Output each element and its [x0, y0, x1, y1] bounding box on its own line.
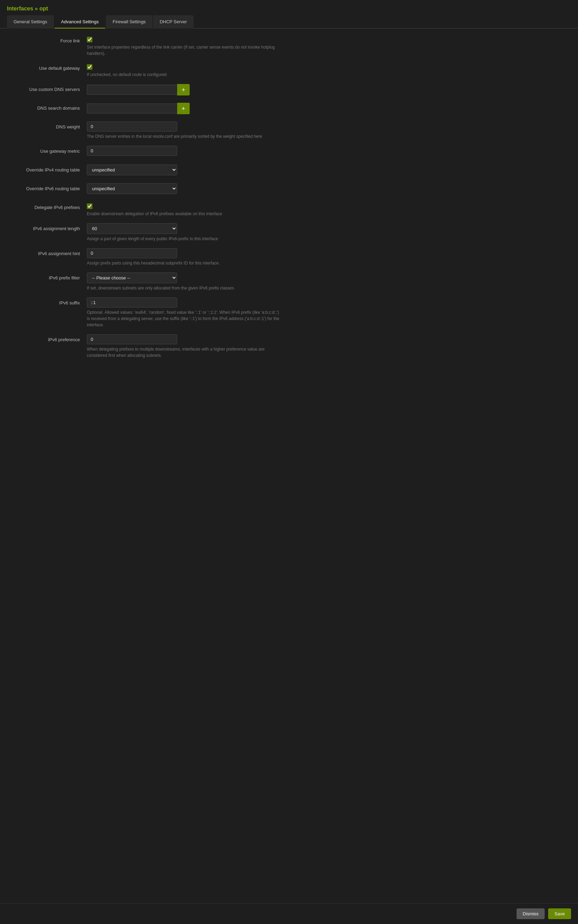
- dns-weight-row: DNS weight The DNS server entries in the…: [10, 121, 568, 139]
- override-ipv4-routing-select[interactable]: unspecified: [87, 165, 177, 175]
- force-link-label: Force link: [10, 36, 87, 44]
- dismiss-button[interactable]: Dismiss: [516, 908, 545, 919]
- use-custom-dns-label: Use custom DNS servers: [10, 84, 87, 92]
- ipv6-assignment-length-label: IPv6 assignment length: [10, 223, 87, 231]
- use-gateway-metric-input[interactable]: [87, 146, 177, 156]
- dns-search-domains-row: DNS search domains +: [10, 103, 568, 115]
- override-ipv6-routing-row: Override IPv6 routing table unspecified: [10, 183, 568, 196]
- ipv6-suffix-label: IPv6 suffix: [10, 298, 87, 306]
- ipv6-assignment-length-wrap: 60 Assign a part of given length of ever…: [87, 223, 568, 242]
- override-ipv6-routing-label: Override IPv6 routing table: [10, 183, 87, 191]
- ipv6-suffix-row: IPv6 suffix Optional. Allowed values: 'e…: [10, 298, 568, 328]
- dns-search-domains-input-row: +: [87, 103, 568, 114]
- force-link-checkbox-wrap: [87, 36, 568, 42]
- dns-weight-hint: The DNS server entries in the local reso…: [87, 133, 281, 139]
- ipv6-preference-hint: When delegating prefixes to multiple dow…: [87, 346, 281, 359]
- use-default-gateway-checkbox[interactable]: [87, 64, 93, 70]
- breadcrumb: Interfaces » opt: [7, 6, 48, 11]
- tabs-bar: General Settings Advanced Settings Firew…: [0, 15, 578, 29]
- override-ipv4-routing-row: Override IPv4 routing table unspecified: [10, 165, 568, 177]
- ipv6-assignment-hint-label: IPv6 assignment hint: [10, 248, 87, 256]
- use-default-gateway-checkbox-wrap: [87, 63, 568, 70]
- force-link-wrap: Set interface properties regardless of t…: [87, 36, 568, 57]
- delegate-ipv6-prefixes-hint: Enable downstream delegation of IPv6 pre…: [87, 211, 281, 217]
- main-content: Force link Set interface properties rega…: [0, 29, 578, 372]
- override-ipv6-routing-select[interactable]: unspecified: [87, 183, 177, 194]
- ipv6-suffix-wrap: Optional. Allowed values: 'eui64', 'rand…: [87, 298, 568, 328]
- delegate-ipv6-prefixes-checkbox-wrap: [87, 202, 568, 209]
- dns-weight-input[interactable]: [87, 121, 177, 131]
- ipv6-preference-wrap: When delegating prefixes to multiple dow…: [87, 334, 568, 359]
- use-custom-dns-input[interactable]: [87, 85, 177, 95]
- ipv6-prefix-filter-label: IPv6 prefix filter: [10, 272, 87, 280]
- bottom-bar: Dismiss Save: [0, 903, 578, 924]
- override-ipv4-routing-label: Override IPv4 routing table: [10, 165, 87, 173]
- ipv6-assignment-hint-hint: Assign prefix parts using this hexadecim…: [87, 260, 281, 266]
- ipv6-assignment-hint-input[interactable]: [87, 248, 177, 258]
- delegate-ipv6-prefixes-checkbox[interactable]: [87, 204, 93, 209]
- tab-firewall[interactable]: Firewall Settings: [106, 15, 152, 29]
- override-ipv4-routing-wrap: unspecified: [87, 165, 568, 175]
- ipv6-assignment-hint-wrap: Assign prefix parts using this hexadecim…: [87, 248, 568, 266]
- ipv6-assignment-hint-row: IPv6 assignment hint Assign prefix parts…: [10, 248, 568, 266]
- use-default-gateway-hint: If unchecked, no default route is config…: [87, 71, 281, 78]
- dns-weight-wrap: The DNS server entries in the local reso…: [87, 121, 568, 139]
- use-custom-dns-row: Use custom DNS servers +: [10, 84, 568, 97]
- dns-weight-label: DNS weight: [10, 121, 87, 129]
- tab-advanced[interactable]: Advanced Settings: [55, 15, 105, 29]
- force-link-row: Force link Set interface properties rega…: [10, 36, 568, 57]
- ipv6-preference-label: IPv6 preference: [10, 334, 87, 342]
- use-custom-dns-input-row: +: [87, 84, 568, 95]
- ipv6-assignment-length-row: IPv6 assignment length 60 Assign a part …: [10, 223, 568, 242]
- use-gateway-metric-label: Use gateway metric: [10, 146, 87, 154]
- delegate-ipv6-prefixes-row: Delegate IPv6 prefixes Enable downstream…: [10, 202, 568, 217]
- use-default-gateway-label: Use default gateway: [10, 63, 87, 71]
- delegate-ipv6-prefixes-label: Delegate IPv6 prefixes: [10, 202, 87, 210]
- ipv6-prefix-filter-wrap: -- Please choose -- If set, downstream s…: [87, 272, 568, 291]
- dns-search-domains-add-button[interactable]: +: [177, 103, 190, 114]
- use-default-gateway-row: Use default gateway If unchecked, no def…: [10, 63, 568, 78]
- use-default-gateway-wrap: If unchecked, no default route is config…: [87, 63, 568, 78]
- ipv6-assignment-length-select[interactable]: 60: [87, 223, 177, 234]
- ipv6-suffix-input[interactable]: [87, 298, 177, 307]
- ipv6-assignment-length-hint: Assign a part of given length of every p…: [87, 236, 281, 242]
- ipv6-suffix-hint: Optional. Allowed values: 'eui64', 'rand…: [87, 309, 281, 328]
- override-ipv6-routing-wrap: unspecified: [87, 183, 568, 194]
- ipv6-prefix-filter-row: IPv6 prefix filter -- Please choose -- I…: [10, 272, 568, 291]
- use-custom-dns-wrap: +: [87, 84, 568, 95]
- delegate-ipv6-prefixes-wrap: Enable downstream delegation of IPv6 pre…: [87, 202, 568, 217]
- force-link-hint: Set interface properties regardless of t…: [87, 44, 281, 57]
- tab-general[interactable]: General Settings: [7, 15, 54, 29]
- use-gateway-metric-row: Use gateway metric: [10, 146, 568, 158]
- ipv6-preference-row: IPv6 preference When delegating prefixes…: [10, 334, 568, 359]
- ipv6-prefix-filter-hint: If set, downstream subnets are only allo…: [87, 285, 281, 291]
- force-link-checkbox[interactable]: [87, 37, 93, 42]
- dns-search-domains-label: DNS search domains: [10, 103, 87, 111]
- dns-search-domains-input[interactable]: [87, 104, 177, 113]
- tab-dhcp[interactable]: DHCP Server: [153, 15, 194, 29]
- dns-search-domains-wrap: +: [87, 103, 568, 114]
- ipv6-prefix-filter-select[interactable]: -- Please choose --: [87, 272, 177, 283]
- save-button[interactable]: Save: [548, 908, 571, 919]
- use-custom-dns-add-button[interactable]: +: [177, 84, 190, 95]
- ipv6-preference-input[interactable]: [87, 334, 177, 344]
- use-gateway-metric-wrap: [87, 146, 568, 156]
